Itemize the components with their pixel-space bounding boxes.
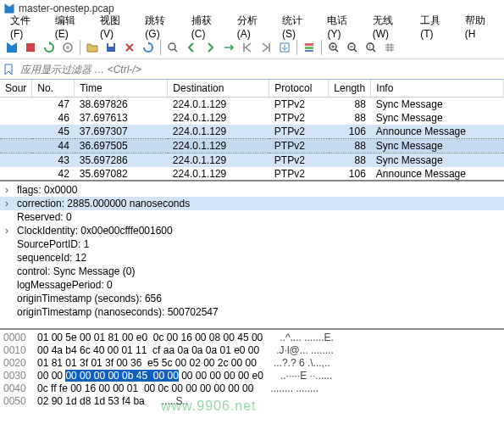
menu-item[interactable]: 电话(Y): [320, 12, 365, 42]
svg-rect-4: [108, 43, 114, 47]
menu-item[interactable]: 无线(W): [366, 12, 413, 42]
go-back-icon[interactable]: [183, 39, 200, 56]
column-header[interactable]: Protocol: [269, 80, 329, 98]
bookmark-icon[interactable]: [0, 64, 17, 75]
detail-line[interactable]: flags: 0x0000: [0, 183, 504, 197]
packet-row[interactable]: 4436.697505224.0.1.129PTPv288Sync Messag…: [0, 139, 504, 153]
svg-rect-0: [26, 43, 35, 52]
restart-capture-icon[interactable]: [41, 39, 58, 56]
menu-item[interactable]: 视图(V): [93, 12, 138, 42]
separator: [160, 40, 161, 55]
detail-line[interactable]: correction: 2885.000000 nanoseconds: [0, 197, 504, 210]
packet-row[interactable]: 4637.697613224.0.1.129PTPv288Sync Messag…: [0, 111, 504, 125]
zoom-reset-icon[interactable]: 1: [363, 39, 379, 56]
save-file-icon[interactable]: [102, 39, 119, 56]
zoom-out-icon[interactable]: [344, 39, 361, 56]
go-forward-icon[interactable]: [202, 39, 219, 56]
reload-icon[interactable]: [140, 39, 157, 56]
hex-row[interactable]: 003000 00 00 00 00 00 0b 45 00 00 00 00 …: [3, 370, 501, 382]
zoom-in-icon[interactable]: [325, 39, 342, 56]
start-capture-icon[interactable]: [3, 39, 20, 56]
svg-point-5: [169, 43, 175, 50]
detail-line[interactable]: control: Sync Message (0): [0, 265, 504, 278]
filter-bar: [0, 59, 504, 80]
column-header[interactable]: Info: [371, 80, 504, 98]
display-filter-input[interactable]: [17, 62, 504, 77]
go-last-icon[interactable]: [258, 39, 274, 56]
detail-line[interactable]: originTimestamp (nanoseconds): 500702547: [0, 305, 504, 319]
menu-item[interactable]: 工具(T): [413, 12, 458, 42]
column-header[interactable]: Length: [329, 80, 371, 98]
close-file-icon[interactable]: [121, 39, 138, 56]
auto-scroll-icon[interactable]: [276, 39, 293, 56]
svg-line-14: [354, 49, 357, 52]
svg-line-12: [335, 49, 338, 52]
detail-line[interactable]: ClockIdentity: 0x00e00cfffe001600: [0, 224, 504, 237]
svg-line-6: [174, 49, 177, 52]
menu-item[interactable]: 分析(A): [230, 12, 275, 42]
svg-rect-10: [305, 50, 313, 52]
hex-row[interactable]: 001000 4a b4 6c 40 00 01 11 cf aa 0a 0a …: [3, 344, 501, 357]
menu-item[interactable]: 文件(F): [3, 12, 48, 42]
packet-row[interactable]: 4235.697082224.0.1.129PTPv2106Announce M…: [0, 167, 504, 181]
detail-line[interactable]: originTimestamp (seconds): 656: [0, 292, 504, 305]
column-header[interactable]: No.: [32, 80, 75, 98]
find-icon[interactable]: [164, 39, 181, 56]
hex-row[interactable]: 00400c ff fe 00 16 00 00 01 00 0c 00 00 …: [3, 382, 501, 395]
separator: [321, 40, 322, 55]
menu-item[interactable]: 统计(S): [275, 12, 320, 42]
menu-item[interactable]: 编辑(E): [48, 12, 93, 42]
menu-item[interactable]: 帮助(H: [458, 12, 501, 42]
hex-row[interactable]: 002001 81 01 3f 01 3f 00 36 e5 5c 00 02 …: [3, 357, 501, 370]
open-file-icon[interactable]: [84, 39, 101, 56]
column-header[interactable]: Sour: [0, 80, 32, 98]
detail-line[interactable]: SourcePortID: 1: [0, 237, 504, 251]
packet-row[interactable]: 4335.697286224.0.1.129PTPv288Sync Messag…: [0, 153, 504, 168]
go-first-icon[interactable]: [239, 39, 256, 56]
hex-dump[interactable]: 000001 00 5e 00 01 81 00 e0 0c 00 16 00 …: [0, 330, 504, 423]
svg-point-2: [67, 46, 69, 48]
menu-item[interactable]: 捕获(C): [185, 12, 230, 42]
detail-line[interactable]: sequenceId: 12: [0, 251, 504, 265]
capture-options-icon[interactable]: [59, 39, 76, 56]
colorize-icon[interactable]: [301, 39, 318, 56]
packet-details[interactable]: flags: 0x0000correction: 2885.000000 nan…: [0, 181, 504, 330]
detail-line[interactable]: Reserved: 0: [0, 210, 504, 224]
column-header[interactable]: Time: [75, 80, 168, 98]
svg-rect-9: [305, 47, 313, 49]
jump-to-icon[interactable]: [220, 39, 237, 56]
svg-line-16: [373, 49, 375, 52]
hex-row[interactable]: 005002 90 1d d8 1d 53 f4 ba.....S..: [3, 395, 501, 408]
hex-row[interactable]: 000001 00 5e 00 01 81 00 e0 0c 00 16 00 …: [3, 332, 501, 344]
svg-rect-8: [305, 43, 313, 46]
resize-columns-icon[interactable]: [381, 39, 398, 56]
packet-list[interactable]: SourNo.TimeDestinationProtocolLengthInfo…: [0, 80, 504, 181]
stop-capture-icon[interactable]: [22, 39, 39, 56]
detail-line[interactable]: logMessagePeriod: 0: [0, 278, 504, 292]
column-header[interactable]: Destination: [168, 80, 269, 98]
separator: [296, 40, 297, 55]
menu-item[interactable]: 跳转(G): [138, 12, 185, 42]
packet-row[interactable]: 4738.697826224.0.1.129PTPv288Sync Messag…: [0, 98, 504, 112]
packet-row[interactable]: 4537.697307224.0.1.129PTPv2106Announce M…: [0, 125, 504, 139]
svg-text:1: 1: [368, 44, 371, 49]
separator: [80, 40, 80, 55]
menu-bar: 文件(F)编辑(E)视图(V)跳转(G)捕获(C)分析(A)统计(S)电话(Y)…: [0, 17, 504, 36]
